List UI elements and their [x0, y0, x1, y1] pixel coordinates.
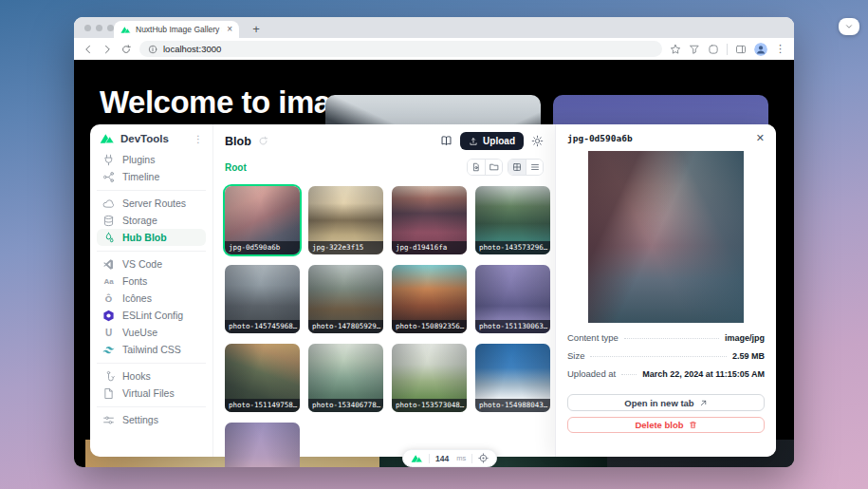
devtools-toggle-pill[interactable]: 144 ms — [402, 449, 497, 467]
window-close-button[interactable] — [84, 25, 91, 31]
window-minimize-button[interactable] — [96, 25, 102, 31]
bookmark-star-icon[interactable] — [670, 44, 681, 55]
new-tab-button[interactable]: + — [249, 21, 264, 36]
sidebar-item-server-routes[interactable]: Server Routes — [97, 195, 206, 212]
sidebar-item-eslint-config[interactable]: ESLint Config — [97, 307, 206, 324]
files-icon — [102, 387, 115, 400]
sidebar-item-vs-code[interactable]: VS Code — [97, 255, 206, 273]
blob-tile-photo-153573048[interactable]: photo-153573048… — [392, 344, 467, 412]
upload-icon — [469, 137, 478, 146]
sidebar-item-settings[interactable]: Settings — [97, 411, 206, 428]
devtools-menu-icon[interactable]: ⋮ — [194, 134, 203, 144]
blob-tile-jpg-d19416fa[interactable]: jpg-d19416fa — [392, 186, 467, 254]
list-view-button[interactable] — [526, 160, 543, 175]
side-panel-icon[interactable] — [735, 44, 747, 55]
open-button-label: Open in new tab — [624, 398, 693, 408]
tab-close-icon[interactable]: × — [227, 25, 232, 34]
view-toggle-segment — [508, 159, 544, 176]
blob-detail-panel: jpg-0d590a6b ✕ Content typeimage/jpgSize… — [555, 124, 776, 457]
sidebar-item-label: Hooks — [122, 370, 151, 382]
url-text: localhost:3000 — [163, 44, 221, 54]
blob-tile-label: photo-145745968… — [225, 320, 300, 334]
close-icon[interactable]: ✕ — [756, 133, 765, 143]
blob-tile-label: photo-147805929… — [308, 320, 383, 334]
tailwind-icon — [102, 344, 115, 356]
field-value: 2.59 MB — [732, 351, 765, 361]
sidebar-item-storage[interactable]: Storage — [97, 212, 206, 229]
breadcrumb[interactable]: Root — [225, 162, 247, 173]
delete-button-label: Delete blob — [635, 420, 683, 430]
blob-tile-label: photo-150892356… — [392, 320, 467, 334]
grid-view-button[interactable] — [508, 160, 526, 175]
sidebar-item-tailwind-css[interactable]: Tailwind CSS — [97, 341, 206, 358]
sidebar-item-label: Icônes — [122, 292, 152, 304]
blob-tile-photo-143573296[interactable]: photo-143573296… — [475, 186, 550, 254]
upload-file-button[interactable] — [468, 160, 485, 175]
field-label: Size — [567, 350, 584, 361]
nuxt-devtools-panel: DevTools ⋮ PluginsTimelineServer RoutesS… — [90, 124, 776, 457]
sidebar-item-hooks[interactable]: Hooks — [97, 367, 206, 385]
extension-funnel-icon[interactable] — [689, 44, 700, 55]
browser-menu-icon[interactable]: ⋮ — [775, 43, 785, 55]
browser-tab-strip: NuxtHub Image Gallery Starter × + — [74, 17, 794, 38]
browser-toolbar: localhost:3000 ⋮ — [74, 38, 794, 60]
page-content: Welcome to image gallery DevTools ⋮ Plug… — [74, 60, 794, 467]
blob-tile-label: jpg-0d590a6b — [225, 241, 300, 255]
pill-divider — [471, 454, 472, 463]
reload-icon[interactable] — [120, 44, 132, 55]
open-in-new-tab-button[interactable]: Open in new tab — [567, 394, 765, 411]
blob-tile-photo-151130063[interactable]: photo-151130063… — [475, 265, 550, 333]
url-bar[interactable]: localhost:3000 — [139, 41, 662, 57]
sidebar-item-hub-blob[interactable]: Hub Blob — [97, 229, 206, 246]
chevron-down-icon — [844, 22, 854, 31]
extensions-icon[interactable] — [708, 44, 719, 55]
upload-button-label: Upload — [483, 136, 515, 146]
sidebar-item-timeline[interactable]: Timeline — [97, 168, 206, 185]
back-icon[interactable] — [83, 44, 94, 55]
blob-panel: Blob Upload Root — [213, 124, 555, 457]
blob-tile-photo-145745968[interactable]: photo-145745968… — [225, 265, 300, 333]
theme-sun-icon[interactable] — [531, 135, 544, 147]
blob-tile-label: photo-154988043… — [475, 399, 550, 413]
field-value: March 22, 2024 at 11:15:05 AM — [642, 369, 765, 379]
nuxt-pill-logo-icon[interactable] — [411, 454, 423, 463]
delete-blob-button[interactable]: Delete blob — [567, 417, 765, 433]
refresh-icon[interactable] — [258, 136, 268, 146]
blob-tile-photo-150892356[interactable]: photo-150892356… — [392, 265, 467, 333]
toolbar-right: ⋮ — [670, 43, 785, 56]
browser-window: NuxtHub Image Gallery Starter × + localh… — [74, 17, 794, 467]
sidebar-item-icônes[interactable]: ÔIcônes — [97, 290, 206, 307]
blob-tile-photo-147805929[interactable]: photo-147805929… — [308, 265, 383, 333]
upload-button[interactable]: Upload — [460, 132, 524, 150]
sidebar-item-virtual-files[interactable]: Virtual Files — [97, 385, 206, 402]
site-info-icon[interactable] — [148, 45, 157, 54]
database-icon — [102, 215, 115, 227]
forward-icon[interactable] — [102, 44, 113, 55]
window-controls[interactable] — [84, 25, 114, 31]
sidebar-item-plugins[interactable]: Plugins — [97, 151, 206, 168]
tab-title: NuxtHub Image Gallery Starter — [136, 25, 222, 34]
field-label: Uploaded at — [567, 368, 616, 379]
blob-tile-jpg-322e3f15[interactable]: jpg-322e3f15 — [308, 186, 383, 254]
blob-tile[interactable] — [225, 423, 300, 467]
upload-folder-button[interactable] — [485, 160, 502, 175]
browser-tab[interactable]: NuxtHub Image Gallery Starter × — [114, 21, 239, 38]
profile-avatar[interactable] — [754, 43, 767, 56]
window-chevron-button[interactable] — [839, 18, 859, 35]
blob-tile-photo-154988043[interactable]: photo-154988043… — [475, 344, 550, 412]
blob-subheader: Root — [225, 159, 544, 176]
blob-tile-label: photo-151149758… — [225, 399, 300, 413]
blob-icon — [102, 232, 115, 244]
blob-tile-jpg-0d590a6b[interactable]: jpg-0d590a6b — [225, 186, 300, 254]
sidebar-item-fonts[interactable]: AaFonts — [97, 273, 206, 290]
blob-tile-photo-153406778[interactable]: photo-153406778… — [308, 344, 383, 412]
window-zoom-button[interactable] — [107, 25, 114, 31]
blob-tile-photo-151149758[interactable]: photo-151149758… — [225, 344, 300, 412]
settings-icon — [102, 414, 115, 426]
sidebar-item-label: Fonts — [122, 275, 147, 287]
blob-header: Blob Upload — [225, 132, 544, 150]
field-label: Content type — [567, 332, 619, 343]
inspector-target-icon[interactable] — [478, 453, 489, 463]
docs-book-icon[interactable] — [440, 135, 452, 147]
sidebar-item-vueuse[interactable]: UVueUse — [97, 324, 206, 341]
